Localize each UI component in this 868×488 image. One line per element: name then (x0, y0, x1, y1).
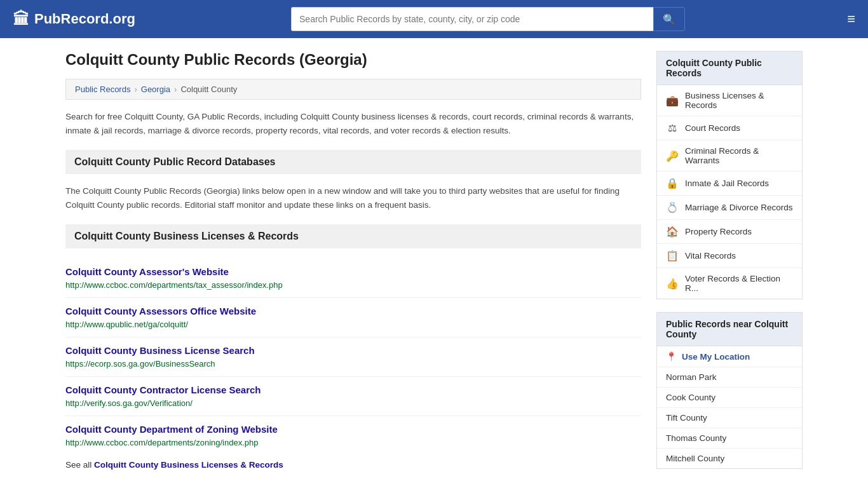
record-url-0: http://www.ccboc.com/departments/tax_ass… (65, 280, 283, 290)
record-url-4: http://www.ccboc.com/departments/zoning/… (65, 438, 259, 447)
see-all-prefix: See all (65, 460, 94, 470)
page-title: Colquitt County Public Records (Georgia) (65, 51, 641, 69)
sidebar-categories-list: 💼 Business Licenses & Records ⚖ Court Re… (657, 85, 802, 299)
nearby-item-1[interactable]: Cook County (657, 388, 802, 408)
sidebar-item-court[interactable]: ⚖ Court Records (657, 116, 802, 140)
sidebar-label-property: Property Records (685, 227, 752, 236)
record-link-1[interactable]: Colquitt County Assessors Office Website (65, 306, 641, 316)
page-container: Colquitt County Public Records (Georgia)… (53, 38, 815, 488)
sidebar-label-court: Court Records (685, 123, 740, 133)
breadcrumb: Public Records › Georgia › Colquitt Coun… (65, 79, 641, 100)
record-url-2: https://ecorp.sos.ga.gov/BusinessSearch (65, 359, 215, 369)
site-header: 🏛 PubRecord.org 🔍 ≡ (0, 0, 868, 38)
record-entry-0: Colquitt County Assessor's Website http:… (65, 259, 641, 298)
record-entry-4: Colquitt County Department of Zoning Web… (65, 416, 641, 455)
logo-icon: 🏛 (13, 10, 29, 29)
nearby-list: Norman Park Cook County Tift County Thom… (657, 367, 802, 468)
scales-icon: ⚖ (666, 122, 679, 134)
sidebar: Colquitt County Public Records 💼 Busines… (656, 51, 803, 482)
record-entry-1: Colquitt County Assessors Office Website… (65, 298, 641, 337)
see-all-section: See all Colquitt County Business License… (65, 460, 641, 470)
sidebar-item-marriage[interactable]: 💍 Marriage & Divorce Records (657, 196, 802, 220)
search-bar: 🔍 (291, 7, 685, 31)
databases-heading: Colquitt County Public Record Databases (65, 150, 641, 174)
sidebar-label-vital: Vital Records (685, 251, 736, 261)
ring-icon: 💍 (666, 201, 679, 214)
key-icon: 🔑 (666, 150, 679, 162)
sidebar-label-voter: Voter Records & Election R... (685, 274, 793, 293)
sidebar-item-criminal[interactable]: 🔑 Criminal Records & Warrants (657, 140, 802, 172)
sidebar-box-title: Colquitt County Public Records (657, 51, 802, 85)
search-button[interactable]: 🔍 (653, 7, 685, 31)
sidebar-nearby-box: Public Records near Colquitt County 📍 Us… (656, 312, 803, 469)
nearby-item-3[interactable]: Thomas County (657, 428, 802, 449)
breadcrumb-link-public-records[interactable]: Public Records (75, 85, 130, 94)
record-url-1: http://www.qpublic.net/ga/colquitt/ (65, 320, 188, 329)
records-list: Colquitt County Assessor's Website http:… (65, 259, 641, 455)
logo-text: PubRecord.org (34, 11, 135, 27)
site-logo[interactable]: 🏛 PubRecord.org (13, 10, 135, 29)
sidebar-label-inmate: Inmate & Jail Records (685, 179, 769, 188)
sidebar-item-vital[interactable]: 📋 Vital Records (657, 244, 802, 268)
see-all-link[interactable]: Colquitt County Business Licenses & Reco… (94, 460, 283, 470)
sidebar-label-marriage: Marriage & Divorce Records (685, 203, 793, 212)
business-heading: Colquitt County Business Licenses & Reco… (65, 224, 641, 248)
main-content: Colquitt County Public Records (Georgia)… (65, 51, 641, 482)
nearby-item-0[interactable]: Norman Park (657, 367, 802, 388)
use-location-label: Use My Location (682, 352, 750, 362)
lock-icon: 🔒 (666, 177, 679, 189)
intro-text: Search for free Colquitt County, GA Publ… (65, 110, 641, 137)
record-link-3[interactable]: Colquitt County Contractor License Searc… (65, 384, 641, 395)
house-icon: 🏠 (666, 226, 679, 238)
record-entry-3: Colquitt County Contractor License Searc… (65, 377, 641, 416)
sidebar-item-voter[interactable]: 👍 Voter Records & Election R... (657, 268, 802, 299)
sidebar-item-property[interactable]: 🏠 Property Records (657, 220, 802, 244)
sidebar-item-business[interactable]: 💼 Business Licenses & Records (657, 85, 802, 116)
nearby-item-4[interactable]: Mitchell County (657, 449, 802, 468)
record-entry-2: Colquitt County Business License Search … (65, 337, 641, 377)
sidebar-item-inmate[interactable]: 🔒 Inmate & Jail Records (657, 172, 802, 196)
breadcrumb-sep-1: › (134, 85, 137, 94)
nearby-item-2[interactable]: Tift County (657, 408, 802, 428)
use-location-button[interactable]: 📍 Use My Location (657, 346, 802, 367)
search-input[interactable] (291, 7, 653, 31)
sidebar-label-criminal: Criminal Records & Warrants (685, 146, 793, 165)
location-pin-icon: 📍 (666, 351, 677, 362)
sidebar-label-business: Business Licenses & Records (685, 91, 793, 110)
menu-icon[interactable]: ≡ (847, 11, 855, 27)
breadcrumb-link-georgia[interactable]: Georgia (141, 85, 170, 94)
breadcrumb-current: Colquitt County (180, 85, 237, 94)
briefcase-icon: 💼 (666, 95, 679, 107)
thumb-icon: 👍 (666, 278, 679, 290)
sidebar-records-box: Colquitt County Public Records 💼 Busines… (656, 51, 803, 299)
record-link-0[interactable]: Colquitt County Assessor's Website (65, 266, 641, 277)
record-url-3: http://verify.sos.ga.gov/Verification/ (65, 398, 193, 408)
record-link-4[interactable]: Colquitt County Department of Zoning Web… (65, 424, 641, 435)
clipboard-icon: 📋 (666, 250, 679, 262)
databases-text: The Colquitt County Public Records (Geor… (65, 184, 641, 212)
sidebar-nearby-title: Public Records near Colquitt County (657, 313, 802, 346)
breadcrumb-sep-2: › (174, 85, 177, 94)
record-link-2[interactable]: Colquitt County Business License Search (65, 345, 641, 356)
